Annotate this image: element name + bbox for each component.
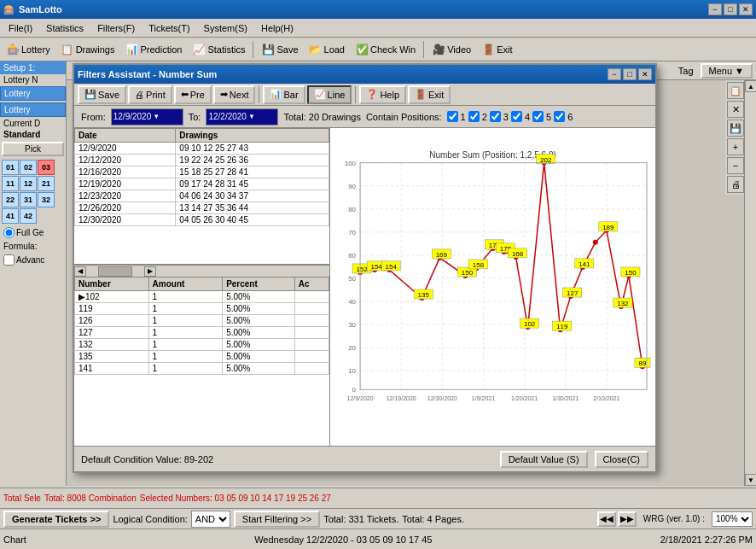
- num-03[interactable]: 03: [38, 160, 55, 175]
- bar-chart-icon: 📊: [270, 89, 282, 100]
- default-value-button[interactable]: Default Value (S): [500, 451, 588, 468]
- total-tickets-label: Total: 331 Tickets.: [323, 514, 398, 524]
- prediction-button[interactable]: 📊 Prediction: [121, 40, 187, 59]
- num-31[interactable]: 31: [20, 192, 37, 207]
- dialog-exit-button[interactable]: 🚪 Exit: [408, 85, 451, 104]
- summary-scroll[interactable]: Number Amount Percent Ac 102 1 5.00%: [74, 277, 329, 446]
- pos-1-check[interactable]: [447, 111, 458, 122]
- num-32[interactable]: 32: [38, 192, 55, 207]
- num-21[interactable]: 21: [38, 176, 55, 191]
- rp-btn-1[interactable]: 📋: [727, 82, 744, 99]
- scroll-down-button[interactable]: ▼: [745, 474, 756, 486]
- menu-file[interactable]: File(I): [3, 21, 38, 35]
- drawings-button[interactable]: 📋 Drawings: [56, 40, 119, 59]
- summary-row[interactable]: 126 1 5.00%: [75, 315, 329, 327]
- rp-btn-remove[interactable]: −: [727, 157, 744, 174]
- scroll-right[interactable]: ▶: [144, 266, 156, 277]
- dialog-maximize-button[interactable]: □: [623, 68, 637, 80]
- scroll-up-button[interactable]: ▲: [745, 80, 756, 92]
- summary-row[interactable]: 135 1 5.00%: [75, 351, 329, 363]
- num-41[interactable]: 41: [2, 208, 19, 224]
- minimize-button[interactable]: −: [708, 3, 722, 15]
- exit-button[interactable]: 🚪 Exit: [477, 40, 516, 59]
- table-row[interactable]: 12/30/2020 04 05 26 30 40 45: [75, 214, 329, 226]
- menu-dropdown-button[interactable]: Menu ▼: [701, 63, 753, 79]
- from-date-combo[interactable]: 12/9/2020 ▼: [111, 108, 183, 126]
- dialog-line-button[interactable]: 📈 Line: [307, 85, 352, 104]
- menu-system[interactable]: System(S): [199, 21, 253, 35]
- pick-area: Pick: [0, 140, 66, 158]
- zoom-select[interactable]: 100%: [712, 511, 753, 527]
- advanced-check-area[interactable]: Advanc: [0, 253, 66, 267]
- summary-row[interactable]: 127 1 5.00%: [75, 327, 329, 339]
- dialog-print-button[interactable]: 🖨 Print: [128, 85, 172, 104]
- left-panel: Setup 1: Lottery N Lottery Lottery Curre…: [0, 61, 67, 486]
- summary-row[interactable]: 132 1 5.00%: [75, 339, 329, 351]
- num-01[interactable]: 01: [2, 160, 19, 175]
- menu-filters[interactable]: Filters(F): [92, 21, 140, 35]
- table-row[interactable]: 12/19/2020 09 17 24 28 31 45: [75, 178, 329, 190]
- full-gen-radio[interactable]: Full Ge: [0, 225, 66, 240]
- dialog-bar-button[interactable]: 📊 Bar: [263, 85, 305, 104]
- close-button[interactable]: ✕: [739, 3, 753, 15]
- lottery-btn-2[interactable]: Lottery: [0, 102, 66, 117]
- generate-tickets-button[interactable]: Generate Tickets >>: [3, 511, 109, 528]
- logical-condition-select[interactable]: AND: [191, 511, 230, 528]
- dialog-save-button[interactable]: 💾 Save: [78, 85, 126, 104]
- table-row[interactable]: 12/16/2020 15 18 25 27 28 41: [75, 166, 329, 178]
- lottery-btn-1[interactable]: Lottery: [0, 86, 66, 101]
- rp-btn-x[interactable]: ✕: [727, 101, 744, 118]
- rp-btn-print[interactable]: 🖨: [727, 176, 744, 193]
- horizontal-scrollbar[interactable]: ◀ ▶: [74, 265, 329, 277]
- num-42[interactable]: 42: [20, 208, 37, 224]
- drawings-scroll[interactable]: Date Drawings 12/9/2020 09 10 12 25 27 4…: [74, 128, 329, 264]
- menu-tickets[interactable]: Tickets(T): [143, 21, 195, 35]
- check-win-button[interactable]: ✅ Check Win: [351, 40, 420, 59]
- main-toolbar: 🎰 Lottery 📋 Drawings 📊 Prediction 📈 Stat…: [0, 38, 756, 61]
- dialog-next-label: Next: [230, 90, 249, 100]
- summary-row[interactable]: 119 1 5.00%: [75, 303, 329, 315]
- menu-statistics[interactable]: Statistics: [41, 21, 89, 35]
- table-row[interactable]: 12/9/2020 09 10 12 25 27 43: [75, 143, 329, 155]
- dialog-next-button[interactable]: ➡ Next: [213, 85, 256, 104]
- dialog-help-button[interactable]: ❓ Help: [359, 85, 406, 104]
- pos-6-check[interactable]: [554, 111, 565, 122]
- formula-area: Formula:: [0, 240, 66, 253]
- scroll-thumb[interactable]: [98, 266, 132, 277]
- next-page-button[interactable]: ▶▶: [618, 511, 637, 527]
- svg-text:1/20/2021: 1/20/2021: [511, 395, 538, 401]
- lottery-n-label: Lottery N: [0, 74, 66, 85]
- pick-button[interactable]: Pick: [2, 142, 64, 156]
- to-date-combo[interactable]: 12/2/2020 ▼: [206, 108, 278, 126]
- rp-btn-add[interactable]: +: [727, 138, 744, 155]
- rp-btn-save[interactable]: 💾: [727, 120, 744, 137]
- pos-2-check[interactable]: [468, 111, 480, 122]
- dialog-close-button[interactable]: ✕: [638, 68, 652, 80]
- statistics-button[interactable]: 📈 Statistics: [188, 40, 249, 59]
- num-12[interactable]: 12: [20, 176, 37, 191]
- dialog-prev-button[interactable]: ⬅ Pre: [174, 85, 212, 104]
- load-button[interactable]: 📂 Load: [305, 40, 349, 59]
- table-row[interactable]: 12/12/2020 19 22 24 25 26 36: [75, 155, 329, 166]
- menu-help[interactable]: Help(H): [256, 21, 299, 35]
- vertical-scrollbar[interactable]: ▲ ▼: [744, 80, 756, 486]
- pos-4-check[interactable]: [511, 111, 522, 122]
- table-row[interactable]: 12/26/2020 13 14 27 35 36 44: [75, 202, 329, 214]
- lottery-button[interactable]: 🎰 Lottery: [2, 40, 55, 59]
- num-22[interactable]: 22: [2, 192, 19, 207]
- maximize-button[interactable]: □: [724, 3, 737, 15]
- prev-page-button[interactable]: ◀◀: [597, 511, 616, 527]
- dialog-close-btn[interactable]: Close(C): [595, 451, 648, 468]
- pos-3-check[interactable]: [490, 111, 501, 122]
- num-11[interactable]: 11: [2, 176, 19, 191]
- summary-row[interactable]: 141 1 5.00%: [75, 363, 329, 375]
- start-filtering-button[interactable]: Start Filtering >>: [234, 511, 320, 528]
- num-02[interactable]: 02: [20, 160, 37, 175]
- pos-5-check[interactable]: [532, 111, 544, 122]
- table-row[interactable]: 12/23/2020 04 06 24 30 34 37: [75, 190, 329, 202]
- summary-row[interactable]: 102 1 5.00%: [75, 291, 329, 303]
- scroll-left[interactable]: ◀: [74, 266, 86, 277]
- video-button[interactable]: 🎥 Video: [427, 40, 475, 59]
- save-button[interactable]: 💾 Save: [257, 40, 302, 59]
- dialog-minimize-button[interactable]: −: [608, 68, 621, 80]
